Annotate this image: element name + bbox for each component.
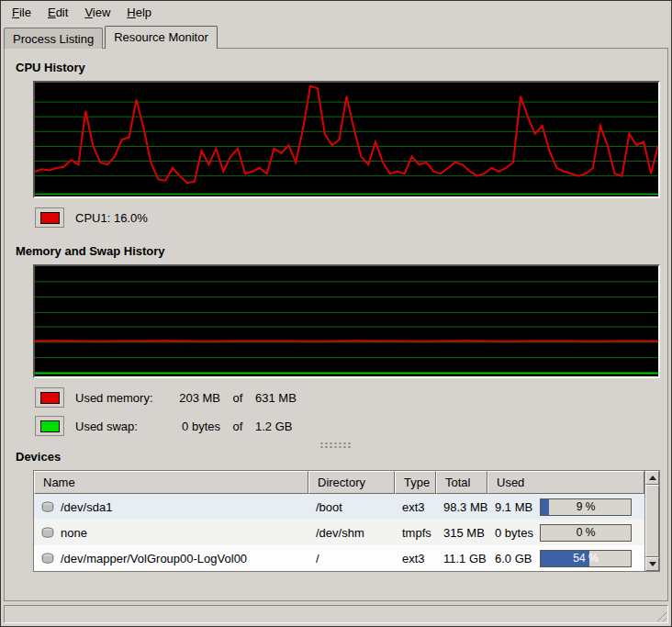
used-memory-of: of bbox=[220, 391, 255, 405]
device-name: /dev/sda1 bbox=[61, 500, 112, 514]
usage-progress-bar: 0 % bbox=[540, 524, 632, 542]
used-swap-color bbox=[40, 420, 60, 432]
device-total: 98.3 MB bbox=[436, 500, 487, 514]
column-header-total[interactable]: Total bbox=[436, 471, 487, 494]
device-name: /dev/mapper/VolGroup00-LogVol00 bbox=[61, 552, 247, 565]
drive-icon bbox=[40, 527, 55, 539]
device-used: 0 bytes bbox=[487, 526, 538, 540]
cpu-history-title: CPU History bbox=[16, 61, 657, 74]
cpu1-legend-label: CPU1: 16.0% bbox=[75, 211, 148, 225]
arrow-down-icon bbox=[649, 562, 656, 566]
used-memory-label: Used memory: bbox=[75, 391, 167, 405]
cpu1-color-swatch bbox=[35, 207, 64, 228]
devices-table-header: Name Directory Type Total Used bbox=[34, 471, 644, 494]
column-header-name[interactable]: Name bbox=[34, 471, 308, 494]
usage-progress-bar: 9 % bbox=[540, 498, 632, 516]
table-row-none[interactable]: none /dev/shm tmpfs 315 MB 0 bytes 0 % bbox=[34, 520, 644, 545]
scroll-down-button[interactable] bbox=[645, 557, 659, 571]
tab-process-listing[interactable]: Process Listing bbox=[4, 28, 103, 49]
cpu-history-graph bbox=[33, 81, 660, 198]
device-directory: /boot bbox=[308, 500, 395, 514]
used-swap-legend: Used swap: 0 bytes of 1.2 GB bbox=[35, 416, 657, 436]
device-directory: / bbox=[308, 552, 395, 565]
column-header-directory[interactable]: Directory bbox=[308, 471, 395, 494]
used-swap-of: of bbox=[220, 420, 255, 433]
device-total: 315 MB bbox=[436, 526, 487, 540]
memory-swap-graph bbox=[33, 264, 660, 378]
menu-bar: File Edit View Help bbox=[1, 1, 671, 24]
menu-edit[interactable]: Edit bbox=[39, 3, 76, 22]
device-type: tmpfs bbox=[395, 526, 436, 540]
memory-history-title: Memory and Swap History bbox=[16, 244, 657, 258]
table-row-volgroup[interactable]: /dev/mapper/VolGroup00-LogVol00 / ext3 1… bbox=[34, 545, 644, 571]
drive-icon bbox=[40, 501, 55, 513]
drive-icon bbox=[40, 553, 55, 565]
scroll-up-button[interactable] bbox=[645, 471, 659, 485]
column-header-used[interactable]: Used bbox=[487, 471, 644, 494]
menu-view[interactable]: View bbox=[76, 3, 118, 22]
devices-scrollbar[interactable] bbox=[644, 471, 659, 571]
used-memory-color-swatch bbox=[35, 387, 64, 408]
column-header-type[interactable]: Type bbox=[395, 471, 436, 494]
pane-resize-grip[interactable] bbox=[319, 442, 353, 448]
menu-file[interactable]: File bbox=[4, 3, 39, 22]
usage-percent-label: 9 % bbox=[541, 499, 631, 515]
table-row-dev-sda1[interactable]: /dev/sda1 /boot ext3 98.3 MB 9.1 MB 9 % bbox=[34, 494, 644, 520]
system-monitor-window: File Edit View Help Process Listing Reso… bbox=[0, 0, 672, 627]
used-memory-value: 203 MB bbox=[167, 391, 220, 405]
used-swap-label: Used swap: bbox=[75, 420, 167, 433]
menu-help[interactable]: Help bbox=[118, 3, 160, 22]
device-name: none bbox=[61, 526, 87, 540]
arrow-up-icon bbox=[649, 476, 656, 480]
used-memory-legend: Used memory: 203 MB of 631 MB bbox=[35, 387, 657, 408]
device-used: 6.0 GB bbox=[487, 552, 538, 565]
usage-progress-bar: 54 % bbox=[540, 550, 632, 567]
tab-bar: Process Listing Resource Monitor bbox=[1, 24, 671, 48]
swap-total-value: 1.2 GB bbox=[255, 420, 292, 433]
used-swap-value: 0 bytes bbox=[167, 420, 220, 433]
device-directory: /dev/shm bbox=[308, 526, 395, 540]
used-swap-color-swatch bbox=[35, 416, 64, 436]
tab-resource-monitor[interactable]: Resource Monitor bbox=[105, 26, 218, 49]
memory-total-value: 631 MB bbox=[255, 391, 297, 405]
device-total: 11.1 GB bbox=[436, 552, 487, 565]
devices-table: Name Directory Type Total Used /dev/sda1 bbox=[33, 470, 660, 572]
device-used: 9.1 MB bbox=[487, 500, 538, 514]
cpu1-color bbox=[40, 212, 60, 224]
cpu-legend: CPU1: 16.0% bbox=[35, 207, 657, 228]
device-type: ext3 bbox=[395, 500, 436, 514]
resource-monitor-page: CPU History CPU1: 16.0% Memory and Swap … bbox=[4, 48, 668, 601]
usage-percent-label: 54 % bbox=[541, 551, 631, 566]
used-memory-color bbox=[40, 392, 60, 404]
devices-title: Devices bbox=[16, 450, 657, 464]
scrollbar-thumb[interactable] bbox=[645, 485, 659, 557]
status-bar bbox=[4, 605, 668, 623]
window-resize-grip[interactable] bbox=[655, 610, 666, 621]
usage-percent-label: 0 % bbox=[541, 525, 631, 541]
device-type: ext3 bbox=[395, 552, 436, 565]
